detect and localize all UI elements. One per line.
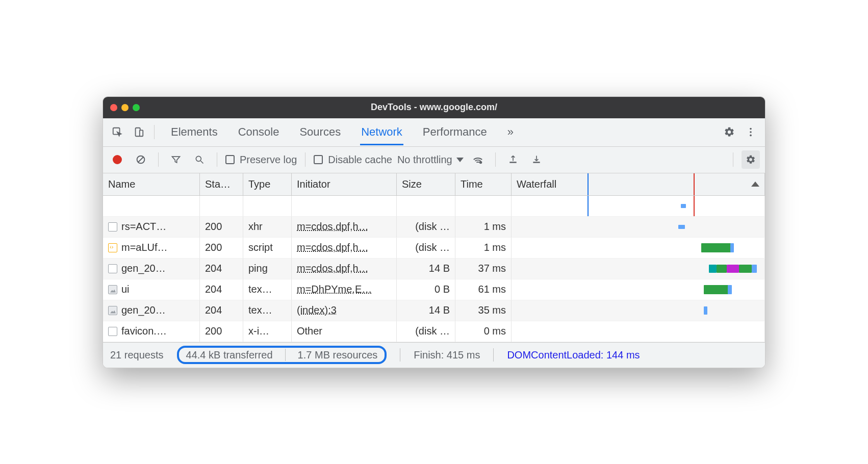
network-toolbar: Preserve log Disable cache No throttling xyxy=(103,147,765,173)
window-controls xyxy=(110,104,140,111)
preserve-log-checkbox[interactable]: Preserve log xyxy=(225,154,297,166)
col-size[interactable]: Size xyxy=(397,173,455,196)
status-requests: 21 requests xyxy=(110,349,164,361)
initiator-link[interactable]: (index):3 xyxy=(297,304,337,316)
throttling-label: No throttling xyxy=(397,154,452,166)
filter-icon[interactable] xyxy=(167,150,185,169)
initiator-link[interactable]: m=DhPYme,E… xyxy=(297,283,372,295)
status-bar: 21 requests 44.4 kB transferred 1.7 MB r… xyxy=(103,342,765,368)
preserve-log-label: Preserve log xyxy=(240,154,297,166)
col-initiator[interactable]: Initiator xyxy=(292,173,397,196)
document-icon xyxy=(108,222,117,231)
image-icon xyxy=(108,285,117,294)
tab-network[interactable]: Network xyxy=(360,119,403,145)
svg-rect-2 xyxy=(140,130,143,136)
svg-rect-12 xyxy=(533,162,540,163)
col-waterfall[interactable]: Waterfall xyxy=(512,173,765,196)
col-status[interactable]: Sta… xyxy=(200,173,243,196)
requests-table: Name Sta… Type Initiator Size Time Water… xyxy=(103,173,765,342)
window-title: DevTools - www.google.com/ xyxy=(103,102,765,113)
disable-cache-checkbox[interactable]: Disable cache xyxy=(314,154,392,166)
svg-line-7 xyxy=(138,157,144,163)
tab-more[interactable]: » xyxy=(506,119,515,145)
titlebar: DevTools - www.google.com/ xyxy=(103,97,765,118)
panel-tabbar: Elements Console Sources Network Perform… xyxy=(103,118,765,147)
divider xyxy=(154,125,155,139)
divider xyxy=(305,152,305,167)
status-dcl: DOMContentLoaded: 144 ms xyxy=(507,349,640,361)
initiator-link[interactable]: m=cdos,dpf,h… xyxy=(297,221,369,232)
script-icon xyxy=(108,243,117,252)
initiator-text: Other xyxy=(297,325,322,337)
divider xyxy=(217,152,217,167)
svg-point-10 xyxy=(479,161,482,164)
tab-sources[interactable]: Sources xyxy=(298,119,342,145)
inspect-element-icon[interactable] xyxy=(108,123,126,141)
clear-icon[interactable] xyxy=(132,150,150,169)
svg-point-4 xyxy=(750,131,752,133)
status-transferred: 44.4 kB transferred xyxy=(186,349,273,361)
col-type[interactable]: Type xyxy=(243,173,292,196)
svg-point-5 xyxy=(750,135,752,137)
tab-performance[interactable]: Performance xyxy=(422,119,488,145)
settings-gear-icon[interactable] xyxy=(742,150,760,169)
minimize-icon[interactable] xyxy=(121,104,129,111)
search-icon[interactable] xyxy=(190,150,209,169)
export-har-icon[interactable] xyxy=(527,150,546,169)
document-icon xyxy=(108,327,117,336)
record-button[interactable] xyxy=(108,150,126,169)
settings-icon[interactable] xyxy=(720,123,738,141)
chevron-down-icon xyxy=(456,158,464,162)
initiator-link[interactable]: m=cdos,dpf,h… xyxy=(297,263,369,274)
device-toggle-icon[interactable] xyxy=(130,123,148,141)
svg-line-9 xyxy=(201,161,203,164)
svg-point-3 xyxy=(750,128,752,130)
initiator-link[interactable]: m=cdos,dpf,h… xyxy=(297,242,369,253)
tab-elements[interactable]: Elements xyxy=(170,119,219,145)
status-highlight: 44.4 kB transferred 1.7 MB resources xyxy=(177,346,387,364)
divider xyxy=(495,152,496,167)
close-icon[interactable] xyxy=(110,104,117,111)
divider xyxy=(733,152,733,167)
kebab-menu-icon[interactable] xyxy=(742,123,760,141)
col-time[interactable]: Time xyxy=(455,173,512,196)
maximize-icon[interactable] xyxy=(133,104,140,111)
tabs: Elements Console Sources Network Perform… xyxy=(170,119,515,145)
status-finish: Finish: 415 ms xyxy=(414,349,480,361)
throttling-select[interactable]: No throttling xyxy=(397,154,464,166)
network-conditions-icon[interactable] xyxy=(469,150,487,169)
svg-point-8 xyxy=(196,156,201,161)
document-icon xyxy=(108,264,117,273)
status-resources: 1.7 MB resources xyxy=(298,349,378,361)
disable-cache-label: Disable cache xyxy=(328,154,392,166)
devtools-window: DevTools - www.google.com/ Elements Cons… xyxy=(103,96,765,368)
image-icon xyxy=(108,306,117,315)
divider xyxy=(158,152,159,167)
col-name[interactable]: Name xyxy=(103,173,200,196)
tab-console[interactable]: Console xyxy=(237,119,280,145)
svg-rect-11 xyxy=(509,162,516,163)
import-har-icon[interactable] xyxy=(504,150,522,169)
